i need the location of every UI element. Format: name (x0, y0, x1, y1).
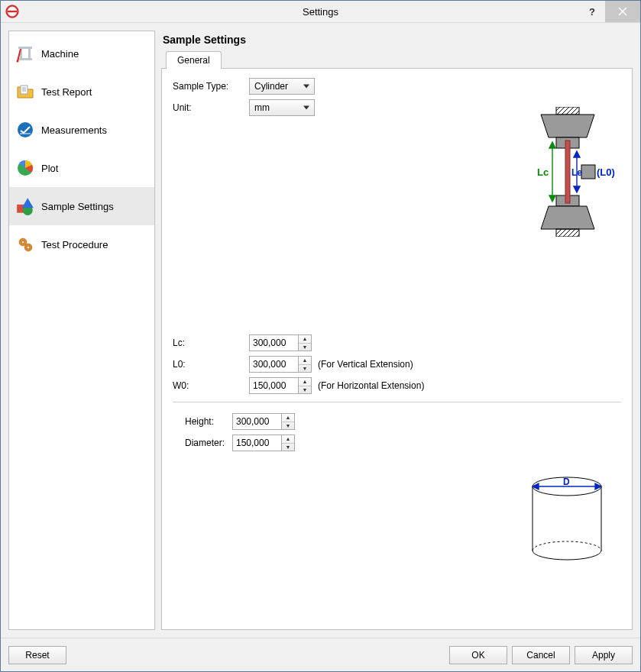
dialog-body: Machine Test Report (1, 23, 640, 638)
unit-value: mm (254, 102, 270, 113)
main-panel: Sample Settings General Sample Type: Cyl… (161, 31, 633, 630)
svg-marker-33 (549, 142, 555, 148)
sidebar-item-label: Measurements (41, 124, 107, 136)
svg-marker-19 (22, 198, 34, 208)
sidebar-item-test-report[interactable]: Test Report (9, 73, 154, 111)
panel-title: Sample Settings (161, 31, 633, 50)
sidebar-item-label: Sample Settings (41, 201, 114, 212)
svg-rect-31 (581, 165, 595, 179)
svg-point-21 (22, 241, 24, 244)
sample-type-value: Cylinder (254, 81, 288, 92)
w0-spin-buttons[interactable]: ▲▼ (298, 377, 312, 394)
svg-rect-30 (565, 141, 570, 203)
lc-diagram-label: Lc (537, 166, 549, 178)
l0-spinner[interactable]: ▲▼ (249, 356, 312, 373)
sample-type-label: Sample Type: (173, 81, 249, 92)
apply-button[interactable]: Apply (575, 646, 633, 664)
unit-combo[interactable]: mm (249, 99, 315, 116)
lc-input[interactable] (249, 334, 298, 351)
sample-settings-icon (15, 196, 35, 216)
svg-rect-24 (556, 107, 579, 115)
l0-input[interactable] (249, 356, 298, 373)
height-spinner[interactable]: ▲▼ (232, 413, 295, 430)
unit-label: Unit: (173, 102, 249, 113)
l0-spin-buttons[interactable]: ▲▼ (298, 356, 312, 373)
machine-icon (15, 44, 35, 63)
tab-pane: Sample Type: Cylinder Unit: mm Lc: (161, 68, 633, 630)
svg-marker-36 (574, 151, 580, 157)
svg-rect-29 (556, 229, 579, 237)
sidebar-item-test-procedure[interactable]: Test Procedure (9, 225, 154, 263)
svg-marker-25 (541, 115, 594, 137)
dialog-footer: Reset OK Cancel Apply (1, 638, 640, 671)
sidebar-item-label: Test Procedure (41, 239, 108, 250)
sidebar-item-label: Machine (41, 48, 79, 60)
plot-icon (15, 158, 35, 178)
folder-icon (15, 82, 35, 102)
app-logo-icon (5, 5, 19, 18)
l0-diagram-label: (L0) (597, 166, 615, 178)
diameter-spinner[interactable]: ▲▼ (232, 435, 295, 451)
settings-window: Settings ? (0, 0, 641, 672)
svg-point-23 (28, 247, 30, 249)
sidebar: Machine Test Report (8, 31, 155, 630)
svg-rect-6 (18, 58, 32, 60)
svg-point-14 (18, 122, 33, 137)
svg-marker-34 (549, 195, 555, 202)
diameter-label: Diameter: (185, 438, 232, 448)
help-button[interactable]: ? (579, 1, 605, 22)
svg-point-9 (17, 60, 19, 63)
sidebar-item-label: Test Report (41, 86, 92, 98)
tensile-specimen-diagram: Lc Le (L0) (514, 107, 621, 239)
cancel-button[interactable]: Cancel (512, 646, 570, 664)
tabbar: General (161, 50, 633, 68)
tab-general[interactable]: General (166, 51, 222, 69)
reset-button[interactable]: Reset (8, 646, 66, 664)
lc-spinner[interactable]: ▲▼ (249, 334, 312, 351)
sidebar-item-plot[interactable]: Plot (9, 149, 154, 187)
svg-marker-28 (541, 206, 594, 229)
w0-spinner[interactable]: ▲▼ (249, 377, 312, 394)
divider (173, 402, 621, 402)
d-diagram-label: D (563, 477, 570, 487)
l0-hint: (For Vertical Extension) (318, 359, 413, 370)
titlebar: Settings ? (1, 1, 640, 23)
lc-spin-buttons[interactable]: ▲▼ (298, 334, 312, 351)
close-button[interactable] (605, 1, 640, 22)
gear-icon (15, 234, 35, 254)
height-input[interactable] (232, 413, 281, 430)
sample-type-combo[interactable]: Cylinder (249, 78, 315, 95)
svg-rect-8 (28, 49, 31, 58)
w0-hint: (For Horizontal Extension) (318, 380, 424, 391)
sidebar-item-machine[interactable]: Machine (9, 34, 154, 73)
le-diagram-label: Le (571, 167, 582, 178)
svg-rect-5 (18, 47, 32, 49)
w0-label: W0: (173, 380, 249, 391)
sidebar-item-measurements[interactable]: Measurements (9, 111, 154, 149)
l0-label: L0: (173, 359, 249, 370)
sidebar-item-label: Plot (41, 163, 58, 174)
w0-input[interactable] (249, 377, 298, 394)
cylinder-diagram: D (525, 474, 609, 568)
window-title: Settings (1, 6, 640, 18)
svg-marker-37 (574, 186, 580, 192)
height-spin-buttons[interactable]: ▲▼ (281, 413, 295, 430)
diameter-input[interactable] (232, 435, 281, 451)
lc-label: Lc: (173, 338, 249, 348)
height-label: Height: (185, 416, 232, 427)
sidebar-item-sample-settings[interactable]: Sample Settings (9, 187, 154, 225)
diameter-spin-buttons[interactable]: ▲▼ (281, 435, 295, 451)
ok-button[interactable]: OK (449, 646, 507, 664)
measurements-icon (15, 120, 35, 140)
